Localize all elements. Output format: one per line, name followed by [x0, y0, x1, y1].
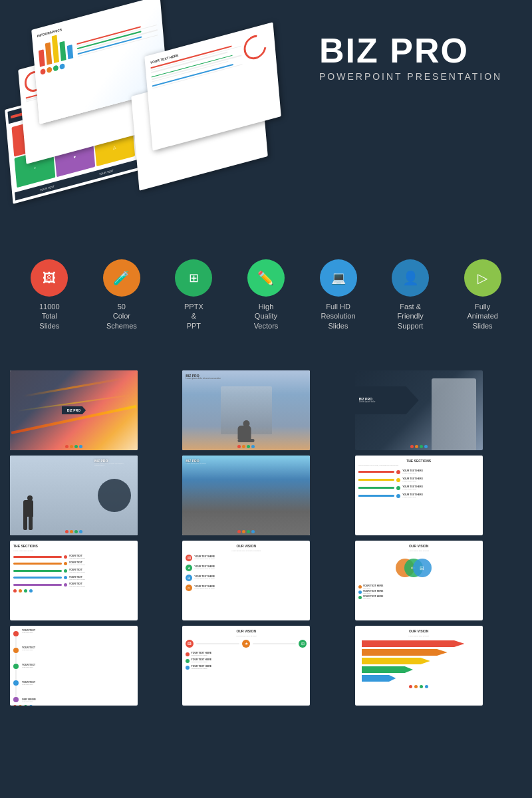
feature-support: 👤 Fast &FriendlySupport	[379, 259, 442, 331]
features-section: 🖼 11000TotalSlides 🧪 50ColorSchemes ⊞ PP…	[0, 239, 532, 344]
thumb-sections1[interactable]: THE SECTIONS Lorem ipsum dolor sit amet,…	[355, 456, 483, 535]
pencil-icon: ✏️	[257, 270, 274, 286]
thumb-dark[interactable]: BIZ PRO Lorem ipsum dolor	[355, 370, 483, 450]
thumb-dots-5	[237, 530, 255, 533]
thumb-dots-2	[237, 445, 255, 448]
flask-icon: 🧪	[113, 270, 130, 286]
colors-icon-circle: 🧪	[103, 259, 140, 297]
slides-label: 11000TotalSlides	[39, 302, 60, 331]
thumb-person[interactable]: BIZ PRO Lorem ipsum dolor sit amet conse…	[182, 370, 310, 450]
hd-label: Full HDResolutionSlides	[321, 302, 356, 331]
thumb-vision2[interactable]: OUR VISION Lorem ipsum dolor sit amet ✏ …	[355, 541, 483, 620]
thumb-vision3[interactable]: OUR VISION Lorem ipsum dolor sit amet 🖼 …	[182, 626, 310, 706]
thumb-city[interactable]: BIZ PRO	[10, 370, 138, 450]
slides-preview: ♦ □ ★ ○ ♥ △ YOUR TEXT YOUR TEXT	[13, 13, 306, 233]
animated-label: FullyAnimatedSlides	[467, 302, 497, 331]
bottom-padding	[0, 716, 532, 735]
brand-title: BIZ PRO	[319, 33, 519, 68]
hd-icon-circle: 💻	[320, 259, 357, 297]
pptx-label: PPTX&PPT	[184, 302, 203, 331]
thumb-dots-1	[65, 445, 82, 448]
thumb-city2[interactable]: BIZ PRO Lorem ipsum dolor sit amet	[182, 456, 310, 535]
header-section: ♦ □ ★ ○ ♥ △ YOUR TEXT YOUR TEXT	[0, 0, 532, 239]
feature-pptx: ⊞ PPTX&PPT	[162, 259, 225, 331]
support-label: Fast &FriendlySupport	[398, 302, 424, 331]
thumb-timeline[interactable]: YOUR TEXT Lorem ipsum dolor YOUR TEXT Lo…	[10, 626, 138, 706]
brand-section: BIZ PRO POWERPOINT PRESENTATION	[319, 13, 519, 82]
thumb-vision1[interactable]: OUR VISION Lorem ipsum dolor sit amet co…	[182, 541, 310, 620]
thumb-dots-3	[410, 445, 428, 448]
monitor-icon: 💻	[331, 271, 346, 285]
thumb-arrows[interactable]: OUR VISION Lorem ipsum dolor sit amet	[355, 626, 483, 706]
pptx-icon: ⊞	[189, 271, 199, 285]
brand-subtitle: POWERPOINT PRESENTATION	[319, 71, 519, 82]
slides-icon: 🖼	[43, 271, 56, 286]
colors-label: 50ColorSchemes	[106, 302, 137, 331]
thumb-dots-4	[65, 530, 82, 533]
play-icon: ▷	[477, 270, 487, 286]
animated-icon-circle: ▷	[464, 259, 501, 297]
feature-hd: 💻 Full HDResolutionSlides	[307, 259, 370, 331]
support-icon-circle: 👤	[392, 259, 429, 297]
feature-vectors: ✏️ HighQualityVectors	[234, 259, 297, 331]
separator	[0, 344, 532, 357]
feature-animated: ▷ FullyAnimatedSlides	[451, 259, 514, 331]
slides-icon-circle: 🖼	[31, 259, 68, 297]
feature-colors: 🧪 50ColorSchemes	[90, 259, 153, 331]
vectors-icon-circle: ✏️	[247, 259, 285, 297]
thumb-man[interactable]: BIZ PRO Lorem ipsum dolor sit amet conse…	[10, 456, 138, 535]
slide-stack: ♦ □ ★ ○ ♥ △ YOUR TEXT YOUR TEXT	[13, 13, 306, 233]
feature-slides: 🖼 11000TotalSlides	[18, 259, 81, 331]
pptx-icon-circle: ⊞	[175, 259, 212, 297]
vectors-label: HighQualityVectors	[254, 302, 279, 331]
thumb-sections2[interactable]: THE SECTIONS Lorem ipsum dolor sit amet …	[10, 541, 138, 620]
person-icon: 👤	[402, 270, 419, 286]
thumbnails-section: BIZ PRO BIZ PRO Lorem ipsum dolor sit am…	[0, 357, 532, 716]
